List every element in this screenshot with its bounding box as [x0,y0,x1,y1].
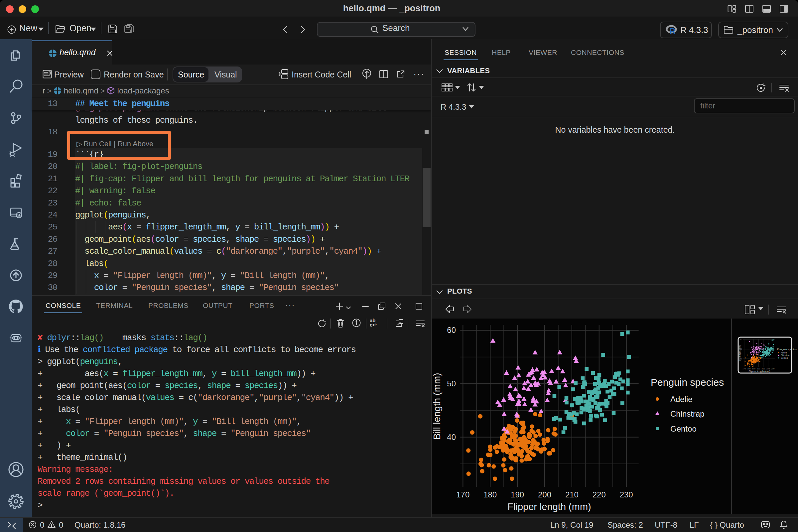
svg-text:Chinstrap: Chinstrap [670,409,705,418]
svg-text:Flipper length (mm): Flipper length (mm) [748,370,771,373]
svg-text:190: 190 [511,490,524,499]
svg-text:220: 220 [592,490,606,499]
svg-text:Penguin species: Penguin species [651,377,724,388]
svg-text:Gentoo: Gentoo [670,424,697,433]
svg-text:170: 170 [742,368,746,370]
svg-text:Bill length (mm): Bill length (mm) [432,373,442,440]
svg-text:Chinstrap: Chinstrap [781,354,790,357]
svg-text:Penguin species: Penguin species [777,348,797,351]
svg-text:60: 60 [447,325,456,335]
svg-text:60: 60 [740,339,742,341]
svg-text:R: R [670,26,675,35]
svg-text:180: 180 [483,490,497,499]
svg-text:Adelie: Adelie [670,395,692,404]
svg-text:200: 200 [538,490,551,499]
svg-text:210: 210 [565,490,578,499]
svg-text:230: 230 [771,368,775,370]
svg-text:Bill length (mm): Bill length (mm) [739,345,741,361]
svg-text:40: 40 [447,433,456,441]
svg-text:230: 230 [620,490,633,499]
svg-text:50: 50 [447,379,456,388]
svg-text:Gentoo: Gentoo [781,357,788,359]
svg-text:Adelie: Adelie [781,352,787,354]
svg-text:Flipper length (mm): Flipper length (mm) [507,501,591,512]
svg-text:170: 170 [456,490,470,499]
